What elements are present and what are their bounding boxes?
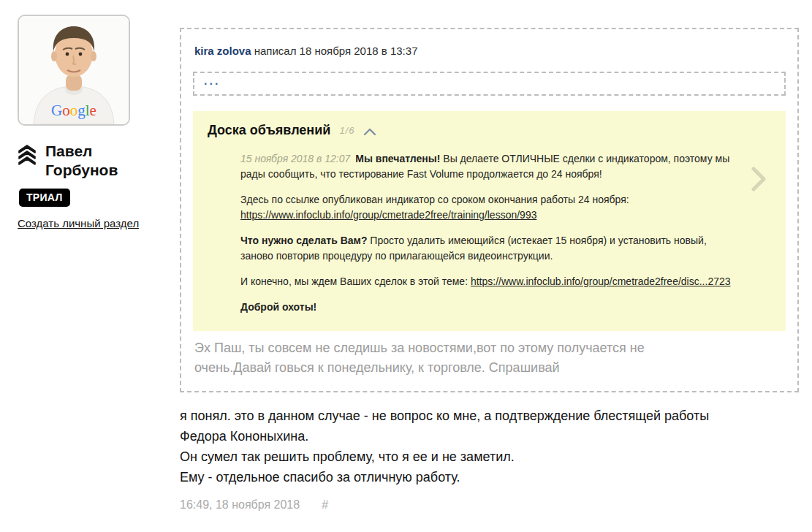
announcement-date: 15 ноября 2018 в 12:07 <box>240 153 350 164</box>
reply-line: я понял. это в данном случае - не вопрос… <box>180 406 799 426</box>
announcement-body: 15 ноября 2018 в 12:07Мы впечатлены! Вы … <box>240 151 740 315</box>
create-personal-section-link[interactable]: Создать личный раздел <box>18 217 139 229</box>
chevron-up-icon[interactable] <box>363 127 376 136</box>
user-name: Павел Горбунов <box>45 142 144 180</box>
quote-comment-line: Эх Паш, ты совсем не следишь за новостям… <box>194 338 786 358</box>
collapsed-quote-box[interactable]: ... <box>193 72 786 96</box>
announcement-board: Доска объявлений 1/6 15 ноября 2018 в 12… <box>193 111 786 331</box>
reply-line: Ему - отдельное спасибо за отличную рабо… <box>180 467 799 487</box>
avatar-photo: Google <box>19 16 129 124</box>
quote-author-link[interactable]: kira zolova <box>194 45 251 57</box>
avatar[interactable]: Google <box>18 15 130 126</box>
announcement-pager: 1/6 <box>339 125 354 136</box>
announcement-link-lesson[interactable]: https://www.infoclub.info/group/cmetrade… <box>240 209 536 221</box>
announcement-paragraph: И конечно, мы ждем Ваших сделок в этой т… <box>240 274 740 289</box>
announcement-paragraph: 15 ноября 2018 в 12:07Мы впечатлены! Вы … <box>240 151 740 182</box>
post-footer: 16:49, 18 ноября 2018 # <box>180 498 799 512</box>
announcement-text: И конечно, мы ждем Ваших сделок в этой т… <box>240 276 471 287</box>
announcement-bold-text: Мы впечатлены! <box>355 153 440 164</box>
announcement-link-discussion[interactable]: https://www.infoclub.info/group/cmetrade… <box>471 276 731 287</box>
user-panel: Google Павел Горбунов ТРИАЛ Создать личн… <box>18 15 171 230</box>
reply-line: Федора Кононыхина. <box>180 426 799 446</box>
user-name-row: Павел Горбунов <box>18 142 171 180</box>
announcement-header: Доска объявлений 1/6 <box>208 123 771 138</box>
quote-comment-line: очень.Давай говься к понедельнику, к тор… <box>194 358 786 378</box>
post-timestamp: 16:49, 18 ноября 2018 <box>180 498 300 512</box>
quoted-message: kira zolova написал 18 ноября 2018 в 13:… <box>180 28 799 392</box>
quote-comment: Эх Паш, ты совсем не следишь за новостям… <box>193 338 786 378</box>
reply-line: Он сумел так решить проблему, что я ее и… <box>180 446 799 467</box>
announcement-text: Здесь по ссылке опубликован индикатор со… <box>240 194 629 205</box>
status-badge: ТРИАЛ <box>19 189 70 207</box>
collapsed-dots: ... <box>204 75 220 87</box>
quote-header-text: написал 18 ноября 2018 в 13:37 <box>251 45 418 57</box>
announcement-title: Доска объявлений <box>208 123 330 138</box>
rank-chevrons-icon <box>18 144 37 169</box>
announcement-paragraph: Что нужно сделать Вам? Просто удалить им… <box>240 233 740 264</box>
reply-text: я понял. это в данном случае - не вопрос… <box>180 406 799 487</box>
permalink-hash[interactable]: # <box>322 498 328 512</box>
avatar-shirt-logo: Google <box>51 102 96 119</box>
chevron-right-icon[interactable] <box>751 167 767 191</box>
quote-header: kira zolova написал 18 ноября 2018 в 13:… <box>194 45 786 57</box>
announcement-paragraph: Доброй охоты! <box>240 300 740 315</box>
announcement-bold-text: Доброй охоты! <box>240 301 316 313</box>
announcement-paragraph: Здесь по ссылке опубликован индикатор со… <box>240 192 740 223</box>
announcement-bold-text: Что нужно сделать Вам? <box>240 235 367 246</box>
post: kira zolova написал 18 ноября 2018 в 13:… <box>180 28 799 512</box>
